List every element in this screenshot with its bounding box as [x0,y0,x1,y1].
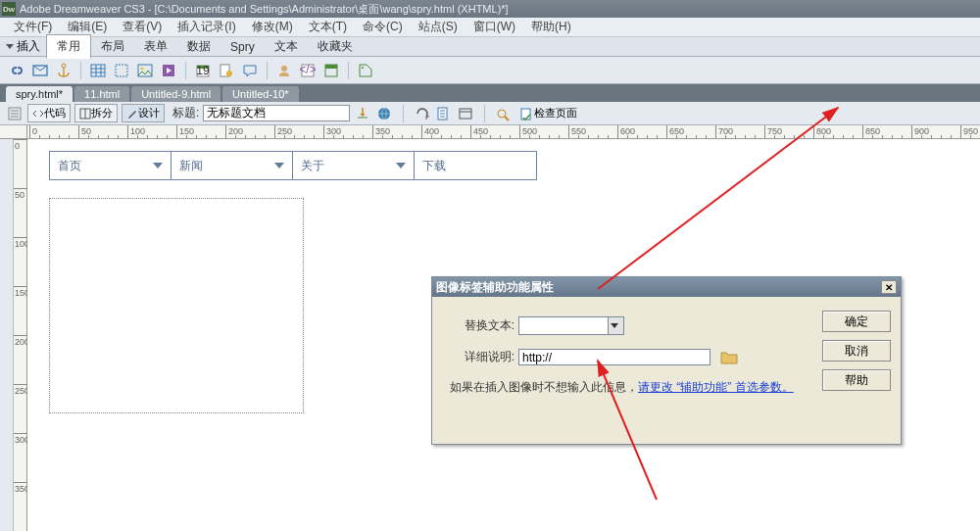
long-desc-input[interactable] [518,349,710,365]
email-icon[interactable] [29,61,51,80]
spry-menu-bar[interactable]: 首页 新闻 关于 下载 [49,151,537,180]
ok-button[interactable]: 确定 [822,311,891,332]
insert-label: 插入 [17,38,40,55]
insert-tab-layout[interactable]: 布局 [91,35,134,58]
split-view-button[interactable]: 拆分 [74,104,118,122]
hyperlink-icon[interactable] [6,61,27,80]
browse-folder-icon[interactable] [720,350,738,365]
insert-tab-forms[interactable]: 表单 [134,35,177,58]
alt-text-combo[interactable] [518,316,624,335]
svg-point-23 [498,110,506,118]
document-tabs: spry.html* 11.html Untitled-9.html Untit… [0,84,980,102]
prefs-link[interactable]: 请更改 “辅助功能” 首选参数。 [638,380,794,394]
dropdown-icon [396,163,406,169]
insert-panel: 插入 常用 布局 表单 数据 Spry 文本 收藏夹 [0,37,980,57]
svg-rect-2 [91,65,105,76]
window-title: Adobe Dreamweaver CS3 - [C:\Documents an… [20,2,509,17]
svg-point-17 [362,67,364,69]
head-icon[interactable] [273,61,295,80]
spry-menu-download[interactable]: 下载 [415,152,536,179]
template-icon[interactable] [320,61,342,80]
visual-aids-icon[interactable] [495,105,513,122]
check-page-button[interactable]: 检查页面 [516,105,581,121]
insert-tab-text[interactable]: 文本 [265,35,308,58]
spry-menu-home[interactable]: 首页 [50,152,172,179]
svg-text:19: 19 [196,64,210,77]
code-view-button[interactable]: 代码 [27,104,71,122]
placeholder-box[interactable] [49,198,304,413]
dialog-titlebar[interactable]: 图像标签辅助功能属性 ✕ [432,277,901,297]
svg-rect-24 [521,109,530,120]
tag-chooser-icon[interactable] [355,61,376,80]
doc-tab-untitled10[interactable]: Untitled-10* [222,86,298,102]
svg-point-11 [226,71,232,76]
div-icon[interactable] [111,61,132,80]
ruler-corner [0,125,27,139]
menu-help[interactable]: 帮助(H) [525,19,577,35]
insert-tab-spry[interactable]: Spry [220,37,265,57]
image-accessibility-dialog: 图像标签辅助功能属性 ✕ 确定 取消 帮助 替换文本: 详细说明: 如果在插入图… [431,276,902,445]
svg-point-5 [141,67,144,70]
media-icon[interactable] [158,61,179,80]
menu-command[interactable]: 命令(C) [357,19,409,35]
insert-tab-data[interactable]: 数据 [177,35,220,58]
insert-toolbar: 19 </> [0,57,980,84]
vertical-ruler: 050100150200250300350 [14,139,27,531]
dropdown-icon [274,163,284,169]
insert-tab-fav[interactable]: 收藏夹 [308,35,363,58]
svg-text:</>: </> [300,63,316,76]
menu-window[interactable]: 窗口(W) [467,19,521,35]
menu-edit[interactable]: 编辑(E) [62,19,113,35]
menu-site[interactable]: 站点(S) [413,19,464,35]
view-options-icon[interactable] [457,105,474,122]
design-view-button[interactable]: 设计 [122,104,165,122]
page-title-input[interactable] [203,105,350,121]
svg-rect-16 [325,65,337,69]
doc-options-icon[interactable] [6,105,24,122]
svg-rect-3 [116,65,127,76]
dropdown-icon [153,163,163,169]
alt-text-label: 替换文本: [450,317,514,334]
spry-menu-about[interactable]: 关于 [293,152,415,179]
image-icon[interactable] [134,61,156,80]
document-toolbar: 代码 拆分 设计 标题: 检查页面 [0,102,980,125]
date-icon[interactable]: 19 [192,61,214,80]
help-button[interactable]: 帮助 [822,369,891,391]
svg-point-12 [281,66,287,72]
menu-view[interactable]: 查看(V) [117,19,168,35]
cancel-button[interactable]: 取消 [822,340,891,362]
spry-menu-news[interactable]: 新闻 [172,152,293,179]
doc-tab-spry[interactable]: spry.html* [6,86,73,102]
svg-rect-22 [460,109,471,119]
window-titlebar: Dw Adobe Dreamweaver CS3 - [C:\Documents… [0,0,980,18]
ruler-area: 0501001502002503003504004505005506006507… [0,125,980,139]
left-gutter [0,139,14,531]
file-mgmt-icon[interactable] [435,105,453,122]
validate-icon[interactable] [354,105,371,122]
doc-tab-untitled9[interactable]: Untitled-9.html [131,86,220,102]
dialog-title: 图像标签辅助功能属性 [436,279,554,296]
menu-text[interactable]: 文本(T) [303,19,353,35]
menu-modify[interactable]: 修改(M) [246,19,299,35]
svg-point-1 [62,64,66,68]
app-logo-icon: Dw [2,2,16,16]
anchor-icon[interactable] [53,61,74,80]
refresh-icon[interactable] [414,105,431,122]
dropdown-button-icon[interactable] [608,317,623,334]
insert-panel-toggle[interactable]: 插入 [0,38,46,55]
long-desc-label: 详细说明: [450,349,514,365]
browser-preview-icon[interactable] [375,105,393,122]
server-include-icon[interactable] [216,61,237,80]
insert-tab-common[interactable]: 常用 [46,34,91,59]
title-label: 标题: [172,105,199,121]
menu-file[interactable]: 文件(F) [8,19,58,35]
table-icon[interactable] [87,61,109,80]
comment-icon[interactable] [239,61,261,80]
menu-insert[interactable]: 插入记录(I) [172,19,241,35]
script-icon[interactable]: </> [297,61,318,80]
triangle-down-icon [6,44,14,49]
doc-tab-11[interactable]: 11.html [74,86,129,102]
close-button[interactable]: ✕ [881,280,897,294]
horizontal-ruler: 0501001502002503003504004505005506006507… [27,125,980,139]
